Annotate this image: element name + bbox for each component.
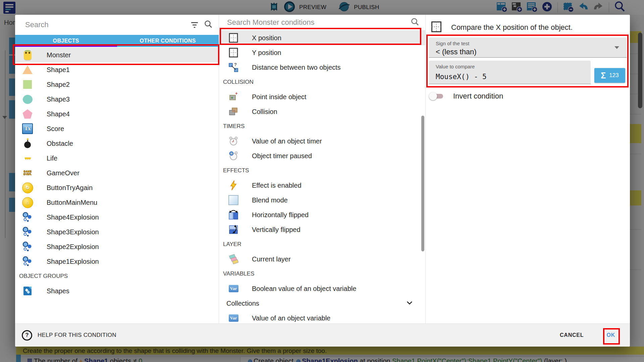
object-item-buttontryagain[interactable]: ↻ ButtonTryAgain — [15, 180, 219, 195]
filter-icon[interactable] — [191, 21, 199, 28]
svg-text:+: + — [235, 92, 238, 96]
svg-text:+: + — [231, 95, 233, 100]
condition-item-vertically-flipped[interactable]: Vertically flipped — [219, 222, 425, 237]
sign-of-test-select[interactable]: Sign of the test < (less than) — [429, 38, 627, 58]
monster-icon — [22, 49, 33, 61]
distance-icon: ? — [228, 62, 239, 73]
help-link[interactable]: ? HELP FOR THIS CONDITION — [22, 330, 116, 341]
value-to-compare-field[interactable]: Value to compare MouseX() - 5 — [429, 61, 591, 84]
lightning-icon — [228, 180, 239, 191]
sign-of-test-label: Sign of the test — [436, 41, 469, 46]
svg-text:?: ? — [234, 62, 237, 67]
particle-emitter-icon — [22, 212, 33, 223]
object-groups-header: OBJECT GROUPS — [15, 269, 219, 284]
object-item-obstacle[interactable]: Obstacle — [15, 136, 219, 151]
invert-condition-toggle[interactable] — [429, 91, 444, 101]
search-icon — [204, 20, 213, 30]
y-position-icon — [228, 47, 239, 58]
object-item-life[interactable]: ♥♥♥ Life — [15, 151, 219, 166]
point-inside-icon: ++ — [228, 91, 239, 103]
conditions-search-row — [219, 15, 425, 31]
object-item-buttonmainmenu[interactable]: ⌂ ButtonMainMenu — [15, 195, 219, 210]
sign-of-test-value: < (less than) — [436, 48, 477, 56]
value-to-compare-label: Value to compare — [436, 64, 475, 69]
text-object-icon: Tx — [22, 123, 33, 134]
horizontal-flip-icon — [228, 209, 239, 221]
condition-item-current-layer[interactable]: Current layer — [219, 252, 425, 266]
condition-item-timer-paused[interactable]: Object timer paused — [219, 148, 425, 163]
value-to-compare-value: MouseX() - 5 — [436, 73, 487, 81]
tab-objects[interactable]: OBJECTS — [15, 35, 117, 47]
timer-paused-icon — [228, 150, 239, 162]
conditions-search-input[interactable] — [226, 18, 411, 27]
object-item-shape4explosion[interactable]: Shape4Explosion — [15, 210, 219, 225]
expression-editor-button[interactable]: Σ 123 — [594, 68, 625, 83]
section-collision: COLLISION — [219, 75, 425, 89]
x-position-icon — [430, 21, 442, 34]
section-effects: EFFECTS — [219, 163, 425, 178]
condition-config-panel: Compare the X position of the object. Si… — [426, 15, 630, 323]
restart-button-icon: ↻ — [22, 182, 33, 193]
objects-search-row — [15, 15, 219, 35]
particle-emitter-icon — [22, 241, 33, 252]
home-button-icon: ⌂ — [22, 197, 33, 208]
section-variables: VARIABLES — [219, 266, 425, 281]
object-group-icon — [22, 285, 33, 297]
objects-search-input[interactable] — [24, 20, 191, 29]
object-item-gameover[interactable]: GAMEOVER. GameOver — [15, 166, 219, 180]
condition-item-boolean-variable[interactable]: Var Boolean value of an object variable — [219, 281, 425, 296]
condition-item-blend-mode[interactable]: Blend mode — [219, 193, 425, 207]
dialog-footer: ? HELP FOR THIS CONDITION CANCEL OK — [15, 323, 630, 347]
search-icon — [411, 17, 419, 27]
variable-icon: Var — [228, 283, 239, 294]
collections-accordion[interactable]: Collections — [219, 296, 425, 311]
condition-item-y-position[interactable]: Y position — [219, 45, 425, 60]
bomb-icon — [22, 138, 33, 149]
section-layer: LAYER — [219, 237, 425, 252]
condition-item-timer-value[interactable]: Value of an object timer — [219, 134, 425, 148]
particle-emitter-icon — [22, 256, 33, 267]
objects-panel: OBJECTS OTHER CONDITIONS Monster Shape1 … — [15, 15, 219, 323]
condition-item-effect-enabled[interactable]: Effect is enabled — [219, 178, 425, 193]
condition-item-x-position[interactable]: X position — [219, 31, 425, 45]
object-item-shape2[interactable]: Shape2 — [15, 77, 219, 92]
object-item-shape1explosion[interactable]: Shape1Explosion — [15, 254, 219, 269]
invert-condition-label: Invert condition — [453, 92, 503, 101]
condition-editor-dialog: OBJECTS OTHER CONDITIONS Monster Shape1 … — [15, 15, 630, 347]
objects-tabs: OBJECTS OTHER CONDITIONS — [15, 35, 219, 47]
object-item-shape3[interactable]: Shape3 — [15, 92, 219, 107]
variable-icon: Var — [228, 312, 239, 323]
screen: PREVIEW PUBLISH — [0, 0, 644, 362]
section-timers: TIMERS — [219, 119, 425, 134]
conditions-scrollbar[interactable] — [421, 116, 424, 251]
object-item-shape2explosion[interactable]: Shape2Explosion — [15, 239, 219, 254]
help-icon: ? — [22, 330, 32, 341]
object-group-shapes[interactable]: Shapes — [15, 284, 219, 298]
condition-item-collision[interactable]: Collision — [219, 104, 425, 119]
object-item-shape3explosion[interactable]: Shape3Explosion — [15, 225, 219, 239]
condition-item-horizontally-flipped[interactable]: Horizontally flipped — [219, 207, 425, 222]
cancel-button[interactable]: CANCEL — [557, 329, 586, 342]
condition-item-variable-value[interactable]: Var Value of an object variable — [219, 311, 425, 323]
particle-emitter-icon — [22, 226, 33, 238]
condition-item-point-inside[interactable]: ++ Point inside object — [219, 89, 425, 104]
layers-icon — [228, 253, 239, 265]
object-item-monster[interactable]: Monster — [15, 48, 219, 62]
condition-item-distance[interactable]: ? Distance between two objects — [219, 60, 425, 75]
blend-mode-icon — [228, 194, 239, 206]
object-item-shape4[interactable]: Shape4 — [15, 107, 219, 121]
tab-other-conditions[interactable]: OTHER CONDITIONS — [117, 35, 219, 47]
ok-button[interactable]: OK — [604, 329, 618, 342]
collision-icon — [228, 106, 239, 117]
config-title: Compare the X position of the object. — [451, 23, 573, 32]
hearts-icon: ♥♥♥ — [22, 153, 33, 164]
invert-condition-row: Invert condition — [429, 91, 503, 101]
object-item-score[interactable]: Tx Score — [15, 121, 219, 136]
vertical-flip-icon — [228, 224, 239, 235]
object-item-shape1[interactable]: Shape1 — [15, 62, 219, 77]
circle-icon — [22, 94, 33, 105]
chevron-down-icon — [405, 298, 414, 308]
x-position-icon — [228, 32, 239, 44]
triangle-icon — [22, 64, 33, 75]
timer-icon — [228, 135, 239, 147]
